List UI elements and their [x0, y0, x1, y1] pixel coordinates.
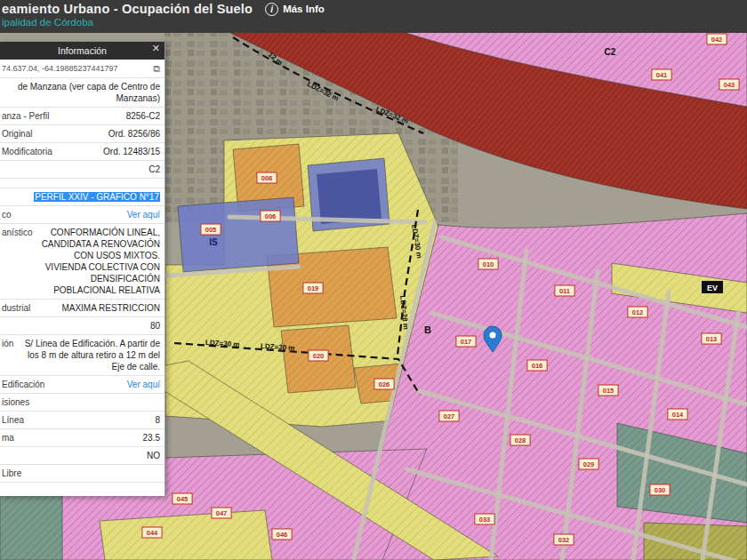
block-label: 016 — [532, 362, 543, 370]
mas-info-label: Más Info — [283, 4, 325, 14]
block-label: 017 — [461, 338, 472, 346]
info-value: C2 — [6, 164, 160, 175]
zone-blue-block-west[interactable] — [178, 197, 299, 272]
close-icon[interactable]: ✕ — [150, 44, 162, 53]
info-row: Línea8 — [0, 412, 165, 429]
highlighted-text: PERFIL XXIV - GRAFICO N°17 — [34, 192, 160, 202]
info-value: PERFIL XXIV - GRAFICO N°17 — [6, 191, 160, 203]
info-value: Ord. 8256/86 — [36, 128, 160, 140]
block-label: 011 — [559, 287, 570, 295]
block-label: 014 — [672, 411, 684, 419]
info-label: ión — [2, 338, 13, 372]
block-label: 044 — [147, 529, 158, 537]
block-label: 012 — [632, 308, 644, 316]
info-label: Línea — [2, 414, 24, 426]
info-value: 8 — [28, 414, 160, 426]
info-value: Ver aquí — [49, 379, 160, 390]
block-label: 005 — [205, 226, 217, 234]
info-value: Ord. 12483/15 — [57, 146, 160, 157]
pin-dot — [490, 332, 496, 339]
ev-badge-label: EV — [707, 284, 718, 292]
app-window: 0420410430050060080190200260100110120130… — [0, 0, 747, 560]
info-label: co — [2, 209, 12, 220]
block-label: 010 — [483, 260, 494, 268]
info-row: coVer aquí — [0, 206, 165, 224]
block-label: 030 — [655, 486, 666, 494]
info-panel: Información ✕ 74.637.04, -64.19885237441… — [0, 42, 165, 496]
info-row: Libre — [0, 465, 165, 483]
block-label: 015 — [603, 387, 614, 395]
info-label: Modificatoria — [2, 146, 52, 157]
mas-info-button[interactable]: i Más Info — [265, 3, 325, 16]
ev-badge: EV — [702, 281, 723, 293]
info-label: Original — [2, 128, 32, 140]
info-value: MAXIMA RESTRICCION — [35, 302, 160, 314]
info-label: Edificación — [2, 379, 44, 390]
copy-icon[interactable]: ⧉ — [152, 64, 161, 74]
info-value: 8256-C2 — [53, 110, 160, 122]
zone-label: IS — [209, 237, 218, 247]
info-link[interactable]: Ver aquí — [127, 210, 160, 220]
info-value: CONFORMACIÓN LINEAL, CANDIDATA A RENOVAC… — [36, 227, 160, 296]
block-label: 047 — [216, 509, 228, 517]
info-label: ma — [2, 432, 14, 444]
info-icon: i — [265, 3, 278, 16]
info-label: anza - Perfil — [2, 110, 49, 122]
block-label: 013 — [706, 335, 718, 343]
info-link[interactable]: Ver aquí — [127, 380, 160, 389]
block-label: 020 — [313, 352, 325, 360]
block-label: 045 — [177, 495, 189, 503]
info-row: anza - Perfil8256-C2 — [0, 108, 165, 125]
info-label: isiones — [2, 396, 29, 408]
info-label: Libre — [2, 468, 21, 479]
info-row: anísticoCONFORMACIÓN LINEAL, CANDIDATA A… — [0, 224, 165, 300]
info-panel-title: Información — [58, 45, 107, 56]
block-label: 029 — [583, 460, 595, 468]
zone-label: C2 — [605, 47, 616, 57]
block-label: 041 — [656, 71, 668, 79]
info-row: dustrialMAXIMA RESTRICCION — [0, 300, 165, 317]
zone-teal-corner-left[interactable] — [0, 494, 62, 560]
info-label: dustrial — [2, 302, 30, 314]
app-title: eamiento Urbano - Ocupación del Suelo — [2, 2, 253, 16]
info-value — [34, 396, 160, 408]
info-row: isiones — [0, 394, 165, 412]
block-label: 006 — [265, 212, 277, 220]
block-label: 008 — [261, 174, 273, 182]
block-label: 043 — [724, 81, 735, 89]
info-value — [26, 468, 160, 479]
block-label: 033 — [479, 516, 491, 524]
info-row: NO — [0, 447, 165, 465]
block-label: 019 — [308, 284, 319, 292]
blue-building-footprint — [317, 169, 382, 224]
info-label: anístico — [2, 227, 32, 296]
info-rows: de Manzana (ver capa de Centro de Manzan… — [0, 78, 165, 483]
coordinates-value: 74.637.04, -64.19885237441797 — [2, 64, 118, 74]
info-row: EdificaciónVer aquí — [0, 376, 165, 394]
block-label: 028 — [515, 436, 526, 444]
block-label: 046 — [277, 531, 288, 539]
info-row — [0, 179, 165, 188]
block-label: 042 — [711, 36, 723, 44]
info-value: Ver aquí — [16, 209, 160, 220]
zone-label: B — [424, 324, 431, 335]
info-row: PERFIL XXIV - GRAFICO N°17 — [0, 188, 165, 206]
block-label: 026 — [379, 380, 390, 388]
info-row: ma23.5 — [0, 429, 165, 447]
block-label: 032 — [558, 536, 570, 544]
info-value: 23.5 — [19, 432, 160, 444]
info-value: NO — [6, 450, 160, 461]
info-row: ModificatoriaOrd. 12483/15 — [0, 143, 165, 161]
info-row: OriginalOrd. 8256/86 — [0, 125, 165, 143]
municipality-subtitle: ipalidad de Córdoba — [2, 17, 747, 28]
info-row: 80 — [0, 317, 165, 335]
topbar: eamiento Urbano - Ocupación del Suelo i … — [0, 0, 747, 33]
info-panel-header: Información ✕ — [0, 42, 165, 60]
info-row: de Manzana (ver capa de Centro de Manzan… — [0, 78, 165, 108]
info-value: de Manzana (ver capa de Centro de Manzan… — [6, 81, 160, 104]
coordinates-row: 74.637.04, -64.19885237441797 ⧉ — [0, 60, 165, 78]
info-row: C2 — [0, 161, 165, 179]
info-value: 80 — [6, 320, 160, 332]
info-row: iónS/ Linea de Edificación. A partir de … — [0, 335, 165, 376]
block-label: 027 — [444, 412, 455, 420]
